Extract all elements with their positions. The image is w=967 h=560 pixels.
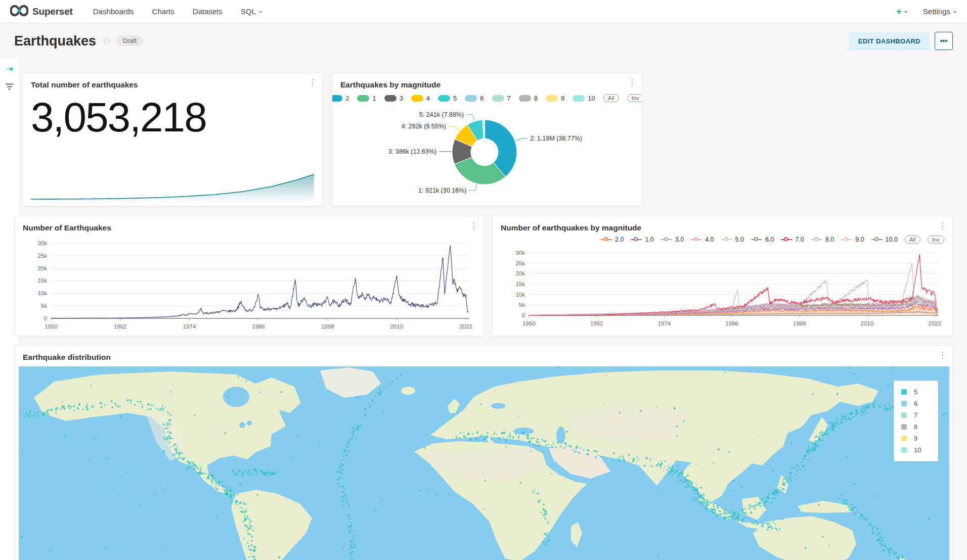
legend-swatch xyxy=(546,95,558,102)
legend-swatch xyxy=(901,436,907,441)
slice-label-1: 1: 921k (30.16%) xyxy=(418,187,466,194)
multi-line-legend: 2.01.03.04.05.06.07.08.09.010.0AllInv xyxy=(493,236,944,244)
world-map[interactable] xyxy=(19,366,949,560)
chevron-down-icon xyxy=(953,11,957,13)
chart-card-earthquake-distribution: Earthquake distribution ⋮ xyxy=(14,345,953,560)
add-new-button[interactable]: + xyxy=(896,6,908,17)
legend-button-all[interactable]: All xyxy=(905,236,920,244)
legend-item-3[interactable]: 3 xyxy=(384,95,403,102)
legend-item-9[interactable]: 9 xyxy=(546,95,564,102)
y-axis-tick: 15k xyxy=(515,281,525,287)
legend-item-9.0[interactable]: 9.0 xyxy=(841,236,864,243)
map-legend-item-5[interactable]: 5 xyxy=(900,386,932,398)
y-axis-tick: 0 xyxy=(522,312,525,318)
legend-button-inv[interactable]: Inv xyxy=(928,236,944,244)
legend-label: 5 xyxy=(914,388,917,396)
map-legend-item-8[interactable]: 8 xyxy=(900,421,932,433)
legend-swatch xyxy=(573,95,585,102)
chart-menu-kebab-icon[interactable]: ⋮ xyxy=(938,223,945,228)
chart-menu-kebab-icon[interactable]: ⋮ xyxy=(469,223,476,228)
legend-line-marker xyxy=(871,237,883,242)
chart-title: Total number of earthquakes xyxy=(31,80,138,89)
nav-item-sql[interactable]: SQL xyxy=(241,7,262,16)
legend-label: 9.0 xyxy=(855,236,864,243)
expand-filter-bar-icon[interactable]: ⇥ xyxy=(6,64,13,74)
legend-button-inv[interactable]: Inv xyxy=(627,94,642,102)
x-axis-tick: 1974 xyxy=(183,323,196,330)
legend-item-7[interactable]: 7 xyxy=(492,95,511,102)
legend-item-7.0[interactable]: 7.0 xyxy=(781,236,804,243)
legend-label: 10.0 xyxy=(886,236,898,243)
legend-item-4[interactable]: 4 xyxy=(411,95,430,102)
legend-item-1[interactable]: 1 xyxy=(357,95,376,102)
legend-line-marker xyxy=(691,237,702,242)
legend-swatch xyxy=(492,95,504,102)
chart-card-number-of-earthquakes: Number of Earthquakes ⋮ 05k10k15k20k25k3… xyxy=(14,216,484,336)
legend-label: 8 xyxy=(534,95,538,102)
nav-menu: Dashboards Charts Datasets SQL xyxy=(93,7,262,16)
legend-label: 10 xyxy=(914,446,921,454)
settings-menu[interactable]: Settings xyxy=(923,7,957,16)
legend-item-8.0[interactable]: 8.0 xyxy=(811,236,834,243)
legend-label: 8.0 xyxy=(825,236,834,243)
legend-swatch xyxy=(901,424,907,430)
legend-item-10[interactable]: 10 xyxy=(573,95,595,102)
legend-item-5.0[interactable]: 5.0 xyxy=(721,236,744,243)
map-legend-item-9[interactable]: 9 xyxy=(900,433,932,444)
legend-item-3.0[interactable]: 3.0 xyxy=(661,236,684,243)
map-legend: 5678910 xyxy=(894,381,938,461)
legend-item-4.0[interactable]: 4.0 xyxy=(691,236,714,243)
legend-item-2.0[interactable]: 2.0 xyxy=(601,236,624,243)
chart-menu-kebab-icon[interactable]: ⋮ xyxy=(628,80,635,85)
chart-menu-kebab-icon[interactable]: ⋮ xyxy=(938,353,945,357)
nav-item-dashboards[interactable]: Dashboards xyxy=(93,7,134,16)
nav-item-charts[interactable]: Charts xyxy=(152,7,174,16)
chart-card-earthquakes-by-magnitude-lines: Number of earthquakes by magnitude ⋮ 2.0… xyxy=(492,216,953,336)
legend-item-2[interactable]: 2 xyxy=(332,95,349,102)
legend-swatch xyxy=(901,389,907,395)
y-axis-tick: 25k xyxy=(515,260,525,266)
legend-label: 1.0 xyxy=(645,236,653,243)
map-legend-item-10[interactable]: 10 xyxy=(900,444,932,456)
y-axis-tick: 10k xyxy=(37,290,47,296)
nav-item-datasets[interactable]: Datasets xyxy=(193,7,223,16)
legend-label: 8 xyxy=(914,423,917,431)
x-axis-tick: 1950 xyxy=(522,320,536,326)
chevron-down-icon xyxy=(258,11,262,13)
legend-item-10.0[interactable]: 10.0 xyxy=(871,236,898,243)
y-axis-tick: 0 xyxy=(44,315,47,321)
favorite-star-icon[interactable]: ☆ xyxy=(102,35,111,47)
filter-icon[interactable] xyxy=(6,83,14,90)
legend-label: 3.0 xyxy=(675,236,684,243)
legend-line-marker xyxy=(721,237,732,242)
x-axis-tick: 1998 xyxy=(793,320,806,326)
legend-label: 5 xyxy=(453,95,457,102)
x-axis-tick: 2010 xyxy=(390,323,404,330)
x-axis-tick: 1986 xyxy=(725,320,738,326)
more-options-button[interactable]: ••• xyxy=(935,32,953,50)
chevron-down-icon xyxy=(904,11,908,13)
legend-item-8[interactable]: 8 xyxy=(519,95,538,102)
infinity-logo-icon xyxy=(10,5,28,19)
legend-item-6[interactable]: 6 xyxy=(465,95,484,102)
legend-label: 5.0 xyxy=(735,236,744,243)
line-chart[interactable]: 05k10k15k20k25k30k1950196219741986199820… xyxy=(23,235,476,332)
legend-item-6.0[interactable]: 6.0 xyxy=(751,236,774,243)
legend-button-all[interactable]: All xyxy=(603,94,619,102)
trendline-sparkline[interactable] xyxy=(31,171,314,202)
legend-item-1.0[interactable]: 1.0 xyxy=(631,236,653,243)
legend-item-5[interactable]: 5 xyxy=(438,95,457,102)
chart-menu-kebab-icon[interactable]: ⋮ xyxy=(308,80,315,85)
donut-chart[interactable]: 2: 1.18M (38.77%)1: 921k (30.16%)3: 386k… xyxy=(340,102,635,201)
multi-line-chart[interactable]: 05k10k15k20k25k30k1950196219741986199820… xyxy=(501,245,945,329)
dashboard-header: Earthquakes ☆ Draft EDIT DASHBOARD ••• xyxy=(0,23,967,59)
legend-label: 4 xyxy=(426,95,430,102)
y-axis-tick: 30k xyxy=(515,250,525,256)
legend-label: 10 xyxy=(588,95,595,102)
map-legend-item-6[interactable]: 6 xyxy=(900,398,932,409)
map-legend-item-7[interactable]: 7 xyxy=(900,409,932,421)
edit-dashboard-button[interactable]: EDIT DASHBOARD xyxy=(849,32,930,50)
superset-logo[interactable]: Superset xyxy=(10,5,73,19)
legend-label: 2 xyxy=(345,95,349,102)
legend-swatch xyxy=(332,95,342,102)
